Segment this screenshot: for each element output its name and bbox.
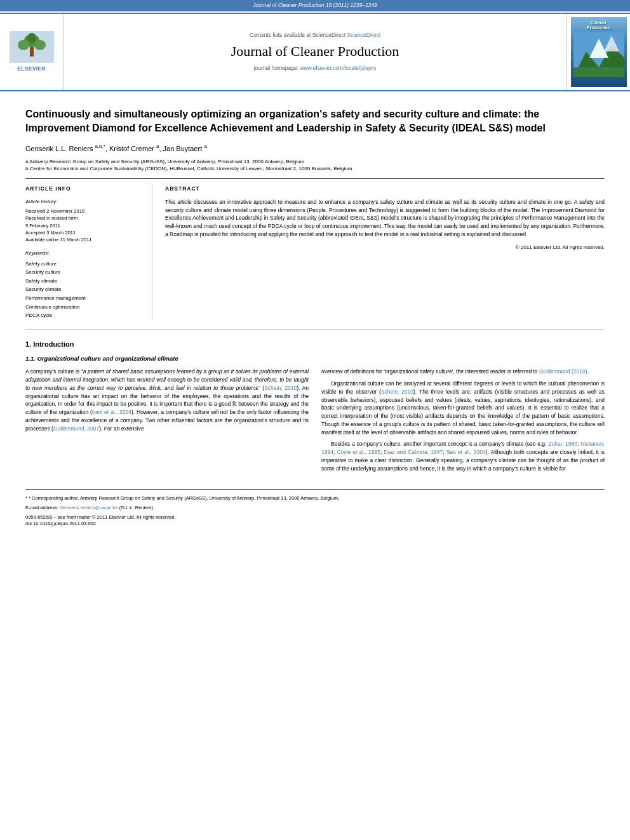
seo-link[interactable]: Seo et al., 2004 bbox=[446, 449, 486, 455]
journal-header: ELSEVIER Contents lists available at Sci… bbox=[0, 13, 630, 91]
svg-rect-10 bbox=[573, 67, 624, 77]
authors: Genserik L.L. Reniers a,b,*, Kristof Cre… bbox=[25, 143, 605, 154]
keyword-6: Continuous optimization bbox=[25, 303, 142, 312]
keyword-3: Safety climate bbox=[25, 277, 142, 286]
page: Journal of Cleaner Production 19 (2011) … bbox=[0, 0, 630, 840]
revised-date: 5 February 2011 bbox=[25, 222, 142, 229]
footer-bottom-bar: 0959-6526/$ – see front matter © 2011 El… bbox=[25, 514, 605, 528]
elsevier-logo-section: ELSEVIER bbox=[0, 14, 64, 90]
introduction-section: 1. Introduction 1.1. Organizational cult… bbox=[25, 330, 605, 477]
article-info-column: ARTICLE INFO Article history: Received 2… bbox=[25, 185, 152, 320]
page-footer: * * Corresponding author. Antwerp Resear… bbox=[25, 489, 605, 528]
diaz-link[interactable]: Diaz and Cabrera, 1997 bbox=[384, 449, 443, 455]
sciencedirect-anchor[interactable]: ScienceDirect bbox=[347, 32, 380, 38]
schein-2010-link-2[interactable]: Schein, 2010 bbox=[381, 389, 413, 395]
email-label: E-mail address: bbox=[25, 505, 58, 510]
keywords-label: Keywords: bbox=[25, 250, 142, 257]
subsection-title: 1.1. Organizational culture and organiza… bbox=[25, 354, 605, 363]
keywords-section: Keywords: Safety culture Security cultur… bbox=[25, 250, 142, 319]
article-info-abstract: ARTICLE INFO Article history: Received 2… bbox=[25, 178, 605, 320]
article-history: Article history: Received 2 November 201… bbox=[25, 198, 142, 243]
cp-cover-image: CleanerProduction bbox=[571, 17, 627, 87]
elsevier-text: ELSEVIER bbox=[17, 65, 46, 73]
right-para-1: overview of definitions for 'organizatio… bbox=[321, 368, 605, 376]
intro-para-1: A company's culture is "a pattern of sha… bbox=[25, 368, 309, 432]
abstract-text: This article discusses an innovative app… bbox=[165, 198, 605, 239]
keyword-5: Performance management bbox=[25, 294, 142, 303]
keyword-4: Security climate bbox=[25, 285, 142, 294]
coyle-link[interactable]: Coyle et al., 1995 bbox=[337, 449, 380, 455]
email-footnote: E-mail address: Genserik.reniers@ua.ac.b… bbox=[25, 504, 605, 511]
cleaner-production-image: CleanerProduction bbox=[566, 14, 630, 90]
email-link[interactable]: Genserik.reniers@ua.ac.be bbox=[60, 505, 117, 510]
article-title: Continuously and simultaneously optimizi… bbox=[25, 107, 605, 136]
zohar-link[interactable]: Zohar, 1980 bbox=[548, 441, 577, 447]
guldenmund-2010-link[interactable]: Guldenmund (2010) bbox=[539, 368, 587, 375]
body-left-column: A company's culture is "a pattern of sha… bbox=[25, 368, 309, 476]
body-two-columns: A company's culture is "a pattern of sha… bbox=[25, 368, 605, 476]
copyright: © 2011 Elsevier Ltd. All rights reserved… bbox=[165, 244, 605, 251]
issn-line: 0959-6526/$ – see front matter © 2011 El… bbox=[25, 514, 176, 521]
cp-label: CleanerProduction bbox=[587, 20, 610, 31]
affiliation-b: b Centre for Economics and Corporate Sus… bbox=[25, 165, 605, 172]
journal-center: Contents lists available at ScienceDirec… bbox=[64, 14, 566, 90]
main-content: Continuously and simultaneously optimizi… bbox=[0, 91, 630, 537]
issn-text: 0959-6526/$ – see front matter © 2011 El… bbox=[25, 514, 176, 528]
accepted-date: Accepted 3 March 2011 bbox=[25, 229, 142, 236]
journal-title-header: Journal of Cleaner Production bbox=[231, 42, 399, 62]
received-revised-label: Received in revised form bbox=[25, 215, 142, 222]
available-date: Available online 11 March 2011 bbox=[25, 236, 142, 243]
journal-homepage: journal homepage: www.elsevier.com/locat… bbox=[254, 65, 377, 72]
schein-2010-link[interactable]: Schein, 2010 bbox=[264, 385, 297, 391]
svg-point-2 bbox=[18, 40, 29, 50]
sciencedirect-link: Contents lists available at ScienceDirec… bbox=[250, 32, 380, 39]
abstract-header: ABSTRACT bbox=[165, 185, 605, 193]
svg-rect-4 bbox=[30, 47, 34, 57]
body-right-column: overview of definitions for 'organizatio… bbox=[321, 368, 605, 476]
keyword-1: Safety culture bbox=[25, 260, 142, 269]
email-suffix: (G.L.L. Reniers). bbox=[119, 505, 154, 510]
right-para-2: Organizational culture can be analyzed a… bbox=[321, 380, 605, 436]
article-info-header: ARTICLE INFO bbox=[25, 185, 142, 193]
corresponding-text: * Corresponding author. Antwerp Research… bbox=[29, 495, 339, 501]
elsevier-tree-image bbox=[10, 31, 54, 63]
affiliation-a: a Antwerp Research Group on Safety and S… bbox=[25, 158, 605, 165]
corresponding-footnote: * * Corresponding author. Antwerp Resear… bbox=[25, 495, 605, 502]
affiliations: a Antwerp Research Group on Safety and S… bbox=[25, 158, 605, 172]
received-date: Received 2 November 2010 bbox=[25, 208, 142, 215]
abstract-column: ABSTRACT This article discusses an innov… bbox=[165, 185, 605, 320]
author-names: Genserik L.L. Reniers a,b,*, Kristof Cre… bbox=[25, 145, 207, 152]
svg-point-3 bbox=[34, 40, 46, 50]
doi-line: doi:10.1016/j.jclepro.2011.03.002 bbox=[25, 521, 176, 528]
journal-citation: Journal of Cleaner Production 19 (2011) … bbox=[253, 2, 377, 8]
section-title: 1. Introduction bbox=[25, 340, 605, 349]
right-para-3: Besides a company's culture, another imp… bbox=[321, 440, 605, 472]
irani-link[interactable]: Irani et al., 2004 bbox=[92, 409, 131, 415]
homepage-url[interactable]: www.elsevier.com/locate/jclepro bbox=[300, 65, 376, 71]
history-label: Article history: bbox=[25, 198, 142, 205]
keyword-7: PDCA cycle bbox=[25, 311, 142, 320]
keyword-2: Security culture bbox=[25, 268, 142, 277]
guldenmund-2007-link[interactable]: Guldenmund, 2007 bbox=[53, 425, 99, 432]
journal-top-bar: Journal of Cleaner Production 19 (2011) … bbox=[0, 0, 630, 11]
svg-point-5 bbox=[27, 33, 36, 42]
